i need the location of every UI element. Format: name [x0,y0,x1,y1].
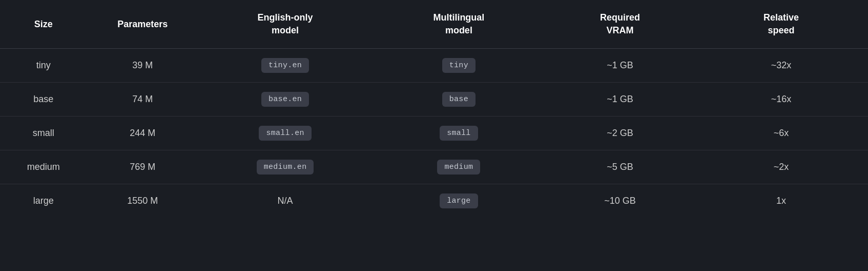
english-model-badge: medium.en [257,160,314,175]
cell-parameters: 39 M [87,49,198,83]
english-model-badge: tiny.en [261,58,309,73]
cell-parameters: 769 M [87,150,198,184]
cell-vram: ~5 GB [546,150,694,184]
cell-english-model: base.en [198,83,372,117]
header-row: Size Parameters English-onlymodel Multil… [0,0,868,49]
table-row: tiny39 Mtiny.entiny~1 GB~32x [0,49,868,83]
table-row: small244 Msmall.ensmall~2 GB~6x [0,117,868,150]
cell-size: tiny [0,49,87,83]
cell-size: large [0,184,87,218]
cell-parameters: 1550 M [87,184,198,218]
multilingual-model-badge: small [440,126,478,141]
multilingual-model-badge: medium [437,160,480,175]
col-header-multilingual: Multilingualmodel [372,0,546,49]
cell-multilingual-model: tiny [372,49,546,83]
table-row: large1550 MN/Alarge~10 GB1x [0,184,868,218]
multilingual-model-badge: base [442,92,476,107]
cell-english-model: small.en [198,117,372,150]
cell-multilingual-model: medium [372,150,546,184]
cell-multilingual-model: large [372,184,546,218]
table-row: base74 Mbase.enbase~1 GB~16x [0,83,868,117]
cell-english-model: N/A [198,184,372,218]
col-header-parameters: Parameters [87,0,198,49]
multilingual-model-badge: tiny [442,58,476,73]
cell-size: base [0,83,87,117]
cell-speed: ~32x [694,49,868,83]
cell-speed: ~16x [694,83,868,117]
cell-vram: ~10 GB [546,184,694,218]
cell-speed: ~2x [694,150,868,184]
cell-vram: ~1 GB [546,49,694,83]
na-label: N/A [278,196,293,206]
col-header-size: Size [0,0,87,49]
table-container: Size Parameters English-onlymodel Multil… [0,0,868,271]
col-header-vram: RequiredVRAM [546,0,694,49]
cell-parameters: 74 M [87,83,198,117]
cell-multilingual-model: small [372,117,546,150]
english-model-badge: base.en [261,92,309,107]
model-comparison-table: Size Parameters English-onlymodel Multil… [0,0,868,218]
cell-parameters: 244 M [87,117,198,150]
cell-english-model: tiny.en [198,49,372,83]
multilingual-model-badge: large [440,193,478,208]
table-row: medium769 Mmedium.enmedium~5 GB~2x [0,150,868,184]
cell-english-model: medium.en [198,150,372,184]
english-model-badge: small.en [259,126,311,141]
cell-vram: ~2 GB [546,117,694,150]
cell-vram: ~1 GB [546,83,694,117]
cell-multilingual-model: base [372,83,546,117]
cell-size: small [0,117,87,150]
cell-speed: 1x [694,184,868,218]
col-header-speed: Relativespeed [694,0,868,49]
cell-speed: ~6x [694,117,868,150]
cell-size: medium [0,150,87,184]
col-header-english: English-onlymodel [198,0,372,49]
